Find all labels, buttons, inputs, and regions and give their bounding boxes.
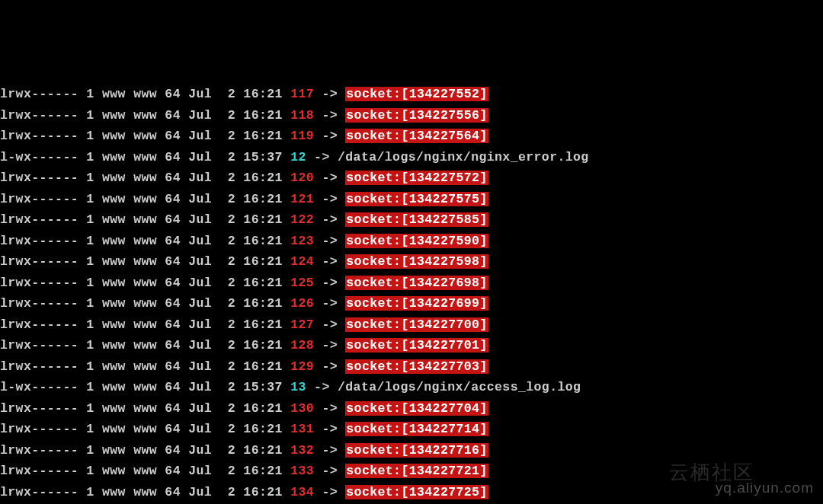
fd-number: 120 — [290, 171, 314, 185]
arrow: -> — [314, 108, 345, 123]
arrow: -> — [314, 401, 345, 416]
arrow: -> — [314, 422, 345, 436]
file-meta: lrwx------ 1 www www 64 Jul 2 16:21 — [0, 276, 290, 290]
file-meta: lrwx------ 1 www www 64 Jul 2 16:21 — [0, 338, 290, 352]
fd-number: 134 — [290, 485, 314, 499]
fd-number: 131 — [290, 422, 314, 436]
file-meta: lrwx------ 1 www www 64 Jul 2 16:21 — [0, 212, 290, 227]
socket-target: socket:[134227564] — [345, 129, 488, 143]
fd-number: 133 — [290, 464, 314, 478]
ls-row: lrwx------ 1 www www 64 Jul 2 16:21 123 … — [0, 231, 823, 252]
terminal-output: lrwx------ 1 www www 64 Jul 2 16:21 117 … — [0, 84, 823, 504]
ls-row: lrwx------ 1 www www 64 Jul 2 16:21 121 … — [0, 189, 823, 210]
arrow: -> — [314, 192, 345, 206]
file-target: /data/logs/nginx/nginx_error.log — [338, 150, 589, 164]
file-meta: lrwx------ 1 www www 64 Jul 2 16:21 — [0, 192, 290, 206]
socket-target: socket:[134227598] — [345, 254, 488, 269]
fd-number: 121 — [290, 192, 314, 206]
socket-target: socket:[134227704] — [345, 401, 488, 416]
arrow: -> — [306, 150, 338, 164]
arrow: -> — [314, 212, 345, 227]
file-meta: lrwx------ 1 www www 64 Jul 2 16:21 — [0, 129, 290, 143]
ls-row: l-wx------ 1 www www 64 Jul 2 15:37 13 -… — [0, 377, 823, 398]
file-meta: lrwx------ 1 www www 64 Jul 2 16:21 — [0, 171, 290, 185]
fd-number: 124 — [290, 254, 314, 269]
arrow: -> — [314, 443, 345, 458]
socket-target: socket:[134227585] — [345, 212, 488, 227]
ls-row: lrwx------ 1 www www 64 Jul 2 16:21 134 … — [0, 482, 823, 503]
socket-target: socket:[134227725] — [345, 485, 488, 499]
file-meta: l-wx------ 1 www www 64 Jul 2 15:37 — [0, 380, 290, 394]
fd-number: 118 — [290, 108, 314, 123]
file-meta: lrwx------ 1 www www 64 Jul 2 16:21 — [0, 464, 290, 478]
fd-number: 128 — [290, 338, 314, 352]
ls-row: lrwx------ 1 www www 64 Jul 2 16:21 128 … — [0, 335, 823, 356]
ls-row: lrwx------ 1 www www 64 Jul 2 16:21 125 … — [0, 273, 823, 294]
socket-target: socket:[134227698] — [345, 276, 488, 290]
ls-row: lrwx------ 1 www www 64 Jul 2 16:21 131 … — [0, 419, 823, 440]
ls-row: lrwx------ 1 www www 64 Jul 2 16:21 132 … — [0, 440, 823, 461]
arrow: -> — [314, 485, 345, 499]
arrow: -> — [314, 254, 345, 269]
arrow: -> — [314, 234, 345, 248]
socket-target: socket:[134227556] — [345, 108, 488, 123]
ls-row: lrwx------ 1 www www 64 Jul 2 16:21 119 … — [0, 126, 823, 147]
ls-row: lrwx------ 1 www www 64 Jul 2 16:21 126 … — [0, 293, 823, 314]
ls-row: lrwx------ 1 www www 64 Jul 2 16:21 129 … — [0, 356, 823, 378]
ls-row: lrwx------ 1 www www 64 Jul 2 16:21 130 … — [0, 398, 823, 419]
fd-number: 132 — [290, 443, 314, 458]
ls-row: lrwx------ 1 www www 64 Jul 2 16:21 118 … — [0, 105, 823, 126]
file-meta: l-wx------ 1 www www 64 Jul 2 15:37 — [0, 150, 290, 164]
file-meta: lrwx------ 1 www www 64 Jul 2 16:21 — [0, 485, 290, 499]
arrow: -> — [314, 129, 345, 143]
socket-target: socket:[134227721] — [345, 464, 488, 478]
arrow: -> — [314, 338, 345, 352]
fd-number: 125 — [290, 276, 314, 290]
arrow: -> — [314, 464, 345, 478]
arrow: -> — [314, 171, 345, 185]
ls-row: lrwx------ 1 www www 64 Jul 2 16:21 124 … — [0, 251, 823, 273]
arrow: -> — [306, 380, 338, 394]
socket-target: socket:[134227699] — [345, 296, 488, 311]
file-meta: lrwx------ 1 www www 64 Jul 2 16:21 — [0, 401, 290, 416]
ls-row: lrwx------ 1 www www 64 Jul 2 16:21 120 … — [0, 167, 823, 189]
ls-row: l-wx------ 1 www www 64 Jul 2 15:37 12 -… — [0, 147, 823, 168]
arrow: -> — [314, 87, 345, 101]
fd-number: 127 — [290, 317, 314, 332]
arrow: -> — [314, 296, 345, 311]
socket-target: socket:[134227572] — [345, 171, 488, 185]
fd-number: 13 — [290, 380, 306, 394]
ls-row: lrwx------ 1 www www 64 Jul 2 16:21 117 … — [0, 84, 823, 105]
socket-target: socket:[134227701] — [345, 338, 488, 352]
socket-target: socket:[134227552] — [345, 87, 488, 101]
file-meta: lrwx------ 1 www www 64 Jul 2 16:21 — [0, 296, 290, 311]
file-meta: lrwx------ 1 www www 64 Jul 2 16:21 — [0, 108, 290, 123]
fd-number: 123 — [290, 234, 314, 248]
file-meta: lrwx------ 1 www www 64 Jul 2 16:21 — [0, 317, 290, 332]
file-meta: lrwx------ 1 www www 64 Jul 2 16:21 — [0, 443, 290, 458]
socket-target: socket:[134227714] — [345, 422, 488, 436]
fd-number: 129 — [290, 359, 314, 374]
socket-target: socket:[134227700] — [345, 317, 488, 332]
fd-number: 126 — [290, 296, 314, 311]
arrow: -> — [314, 276, 345, 290]
file-meta: lrwx------ 1 www www 64 Jul 2 16:21 — [0, 359, 290, 374]
file-meta: lrwx------ 1 www www 64 Jul 2 16:21 — [0, 234, 290, 248]
file-meta: lrwx------ 1 www www 64 Jul 2 16:21 — [0, 422, 290, 436]
ls-row: lrwx------ 1 www www 64 Jul 2 16:21 127 … — [0, 314, 823, 336]
socket-target: socket:[134227703] — [345, 359, 488, 374]
watermark-text: yq.aliyun.com — [716, 477, 814, 499]
fd-number: 130 — [290, 401, 314, 416]
file-meta: lrwx------ 1 www www 64 Jul 2 16:21 — [0, 87, 290, 101]
fd-number: 117 — [290, 87, 314, 101]
file-meta: lrwx------ 1 www www 64 Jul 2 16:21 — [0, 254, 290, 269]
fd-number: 12 — [290, 150, 306, 164]
arrow: -> — [314, 359, 345, 374]
fd-number: 122 — [290, 212, 314, 227]
ls-row: lrwx------ 1 www www 64 Jul 2 16:21 122 … — [0, 209, 823, 231]
arrow: -> — [314, 317, 345, 332]
socket-target: socket:[134227590] — [345, 234, 488, 248]
file-target: /data/logs/nginx/access_log.log — [338, 380, 581, 394]
socket-target: socket:[134227575] — [345, 192, 488, 206]
fd-number: 119 — [290, 129, 314, 143]
